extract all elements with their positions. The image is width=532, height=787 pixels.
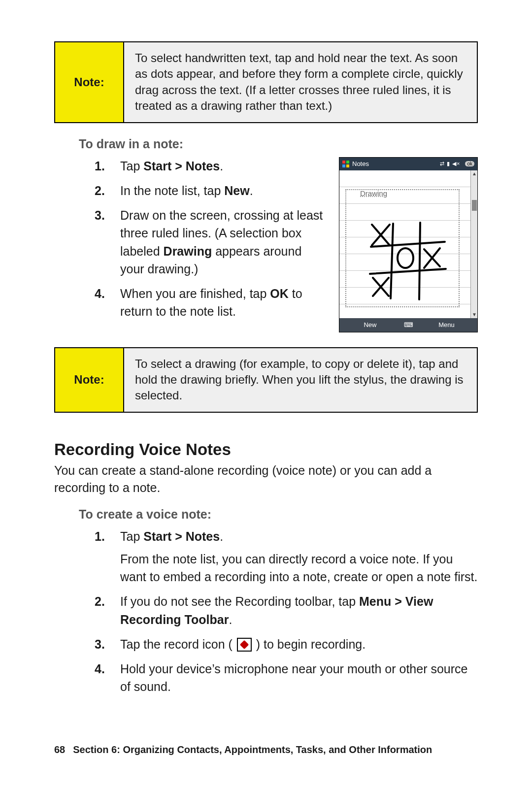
windows-icon <box>342 161 349 167</box>
step-3: Tap the record icon ( ) to begin recordi… <box>95 635 478 653</box>
note-label: Note: <box>55 348 124 412</box>
step-bold: OK <box>270 287 289 300</box>
step-4: When you are finished, tap OK to return … <box>95 285 328 321</box>
drawing-selection-box: Drawing <box>345 189 460 307</box>
note-box-1: Note: To select handwritten text, tap an… <box>54 41 478 123</box>
step-text: When you are finished, tap <box>120 287 270 300</box>
voice-steps: Tap Start > Notes. From the note list, y… <box>95 527 478 696</box>
step-1: Tap Start > Notes. From the note list, y… <box>95 527 478 586</box>
step-text: . <box>250 184 253 197</box>
step-bold: Start > Notes <box>143 529 220 543</box>
step-text: If you do not see the Recording toolbar,… <box>120 594 359 608</box>
ruled-area[interactable]: Drawing <box>339 170 470 318</box>
scroll-down-icon[interactable]: ▼ <box>472 312 477 317</box>
step-4: Hold your device’s microphone near your … <box>95 660 478 696</box>
step-subtext: From the note list, you can directly rec… <box>120 550 478 586</box>
device-body: Drawing <box>339 170 477 318</box>
drawing-label: Drawing <box>359 189 388 197</box>
device-titlebar: Notes ⇄ ▮ ◀× ok <box>339 158 477 170</box>
step-bold: Drawing <box>164 244 212 258</box>
step-text: Tap the record icon ( <box>120 637 236 651</box>
page-number: 68 <box>54 744 65 755</box>
tic-tac-toe-drawing <box>366 220 450 303</box>
step-text: In the note list, tap <box>120 184 224 197</box>
tray-icons: ⇄ ▮ ◀× <box>440 161 461 167</box>
note-body: To select handwritten text, tap and hold… <box>124 42 477 122</box>
step-text: . <box>229 613 232 626</box>
step-2: If you do not see the Recording toolbar,… <box>95 592 478 628</box>
step-2: In the note list, tap New. <box>95 182 328 199</box>
section-heading: Recording Voice Notes <box>54 440 478 459</box>
softkey-menu[interactable]: Menu <box>416 321 477 328</box>
device-bottombar: New ⌨ Menu <box>339 318 477 332</box>
svg-point-0 <box>398 248 413 268</box>
footer-section: Section 6: Organizing Contacts, Appointm… <box>73 744 432 755</box>
step-1: Tap Start > Notes. <box>95 157 328 175</box>
step-3: Draw on the screen, crossing at least th… <box>95 206 328 278</box>
step-text: ) to begin recording. <box>253 637 366 651</box>
ok-button[interactable]: ok <box>465 161 474 166</box>
scroll-thumb[interactable] <box>472 200 477 211</box>
device-title: Notes <box>352 160 369 167</box>
record-icon <box>237 638 252 652</box>
draw-subhead: To draw in a note: <box>79 137 478 151</box>
page-footer: 68 Section 6: Organizing Contacts, Appoi… <box>54 744 478 755</box>
draw-steps: Tap Start > Notes. In the note list, tap… <box>95 157 328 321</box>
note-body: To select a drawing (for example, to cop… <box>124 348 477 412</box>
intro-paragraph: You can create a stand-alone recording (… <box>54 462 478 496</box>
step-text: . <box>220 529 223 543</box>
device-screenshot: Notes ⇄ ▮ ◀× ok Drawing <box>339 157 478 332</box>
note-label: Note: <box>55 42 124 122</box>
step-text: Hold your device’s microphone near your … <box>120 662 467 693</box>
scrollbar[interactable]: ▲ ▼ <box>470 170 477 318</box>
step-text: Tap <box>120 159 143 173</box>
step-text: Tap <box>120 529 143 543</box>
keyboard-icon[interactable]: ⌨ <box>401 321 416 328</box>
softkey-new[interactable]: New <box>339 321 401 328</box>
note-box-2: Note: To select a drawing (for example, … <box>54 347 478 413</box>
step-bold: Start > Notes <box>143 159 220 173</box>
step-text: . <box>220 159 223 173</box>
scroll-up-icon[interactable]: ▲ <box>472 171 477 176</box>
voice-subhead: To create a voice note: <box>79 507 478 522</box>
step-bold: New <box>224 184 249 197</box>
